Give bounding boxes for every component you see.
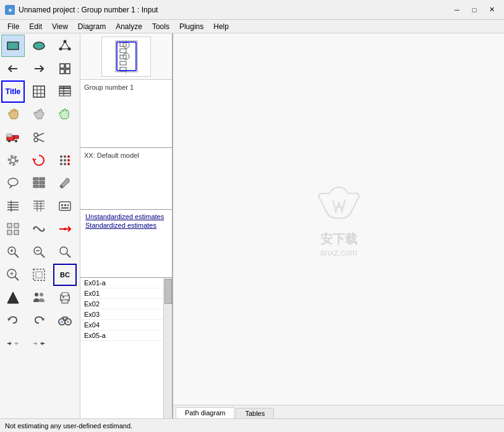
svg-rect-10 [60, 64, 64, 68]
tree-item-ex03[interactable]: Ex03 [80, 309, 172, 320]
svg-point-85 [60, 247, 67, 254]
search-button[interactable] [1, 264, 25, 286]
arrow-left-tool[interactable] [1, 58, 25, 80]
print-button[interactable] [53, 287, 77, 309]
svg-rect-28 [7, 134, 12, 137]
redo-button[interactable] [27, 309, 51, 332]
spare2-tool[interactable] [53, 332, 77, 355]
arrow-right-tool[interactable] [27, 58, 51, 80]
svg-marker-25 [14, 136, 19, 139]
svg-point-52 [61, 186, 63, 188]
svg-rect-50 [33, 185, 38, 188]
pan-tool[interactable] [27, 103, 51, 126]
svg-point-36 [64, 155, 66, 158]
svg-rect-47 [40, 178, 45, 180]
menu-view[interactable]: View [47, 21, 73, 32]
binoculars-button[interactable] [53, 309, 77, 332]
dots-tool[interactable] [53, 149, 77, 171]
undo-button[interactable] [1, 309, 25, 332]
svg-point-44 [8, 178, 18, 186]
speech-tool[interactable] [1, 172, 25, 194]
menu-analyze[interactable]: Analyze [111, 21, 147, 32]
svg-line-88 [15, 277, 19, 280]
menu-help[interactable]: Help [208, 21, 234, 32]
tree-scrollbar[interactable] [163, 278, 172, 418]
rectangle-tool[interactable] [1, 35, 25, 57]
minimize-button[interactable]: ─ [450, 4, 464, 16]
svg-rect-21 [59, 91, 70, 93]
svg-rect-91 [33, 269, 45, 280]
layout-tool[interactable] [53, 58, 77, 80]
expand-tool[interactable] [1, 332, 25, 355]
truck-tool[interactable] [1, 126, 25, 149]
tree-item-ex01a[interactable]: Ex01-a [80, 278, 172, 288]
canvas[interactable]: 安下载 anxz.com [173, 33, 504, 405]
svg-point-108 [67, 321, 69, 323]
fit-selection-button[interactable] [27, 264, 51, 286]
menu-bar: File Edit View Diagram Analyze Tools Plu… [0, 20, 504, 33]
table-tool[interactable] [27, 80, 51, 103]
svg-rect-97 [62, 300, 68, 303]
svg-rect-19 [59, 86, 70, 89]
ellipse-tool[interactable] [27, 35, 51, 57]
left-panel: Group number 1 XX: Default model Unstand… [80, 33, 173, 418]
menu-edit[interactable]: Edit [24, 21, 47, 32]
svg-point-35 [60, 155, 62, 158]
maximize-button[interactable]: □ [467, 4, 482, 16]
node-tool[interactable] [53, 35, 77, 57]
tree-item-ex05a[interactable]: Ex05-a [80, 330, 172, 341]
close-button[interactable]: ✕ [484, 4, 499, 16]
keys-tool[interactable] [53, 195, 77, 217]
window-title: Unnamed project : Group number 1 : Input [19, 6, 158, 14]
canvas-area: 安下载 anxz.com Path diagram Tables [173, 33, 504, 418]
svg-rect-49 [40, 181, 45, 184]
path1-tool[interactable] [27, 218, 51, 240]
menu-tools[interactable]: Tools [147, 21, 174, 32]
fit-page-button[interactable] [53, 241, 77, 263]
svg-rect-69 [7, 223, 12, 228]
menu-file[interactable]: File [2, 21, 24, 32]
menu-diagram[interactable]: Diagram [73, 21, 111, 32]
scissors-tool[interactable] [27, 126, 51, 149]
diagram-thumbnail [101, 37, 151, 77]
svg-rect-117 [120, 49, 126, 53]
bc-tool[interactable]: BC [53, 264, 77, 286]
unstandardized-estimates[interactable]: Unstandardized estimates [84, 212, 168, 221]
people-tool[interactable] [27, 287, 51, 309]
gear-tool[interactable] [1, 149, 25, 171]
model-section: XX: Default model [80, 148, 172, 210]
standardized-estimates[interactable]: Standardized estimates [84, 221, 168, 230]
path2-tool[interactable] [53, 218, 77, 240]
svg-rect-71 [7, 230, 12, 235]
triangle-tool[interactable] [1, 287, 25, 309]
title-tool[interactable]: Title [1, 80, 25, 103]
circle-arrow-tool[interactable] [27, 149, 51, 171]
svg-point-43 [67, 163, 70, 165]
tab-tables[interactable]: Tables [236, 408, 274, 418]
tree-item-ex02[interactable]: Ex02 [80, 299, 172, 309]
tree-item-ex04[interactable]: Ex04 [80, 320, 172, 330]
tree-item-ex01[interactable]: Ex01 [80, 288, 172, 299]
table2-tool[interactable] [53, 80, 77, 103]
tab-path-diagram[interactable]: Path diagram [176, 407, 234, 418]
svg-marker-112 [40, 342, 43, 345]
zoom-in-button[interactable] [1, 241, 25, 263]
list1-tool[interactable] [1, 195, 25, 217]
svg-rect-92 [36, 272, 42, 278]
play-tool[interactable] [27, 332, 51, 355]
svg-point-41 [67, 155, 70, 158]
hand-tool[interactable] [1, 103, 25, 126]
list2-tool[interactable] [27, 195, 51, 217]
svg-rect-48 [33, 181, 38, 184]
scrollbar-thumb[interactable] [164, 279, 172, 304]
wrench-tool[interactable] [53, 172, 77, 194]
matrix-tool[interactable] [1, 218, 25, 240]
grid-view-tool[interactable] [27, 172, 51, 194]
svg-rect-20 [59, 89, 70, 91]
svg-rect-13 [66, 69, 70, 74]
menu-plugins[interactable]: Plugins [174, 21, 208, 32]
spare-tool[interactable] [53, 126, 77, 149]
hand2-tool[interactable] [53, 103, 77, 126]
zoom-out-button[interactable] [27, 241, 51, 263]
svg-rect-67 [67, 204, 69, 206]
